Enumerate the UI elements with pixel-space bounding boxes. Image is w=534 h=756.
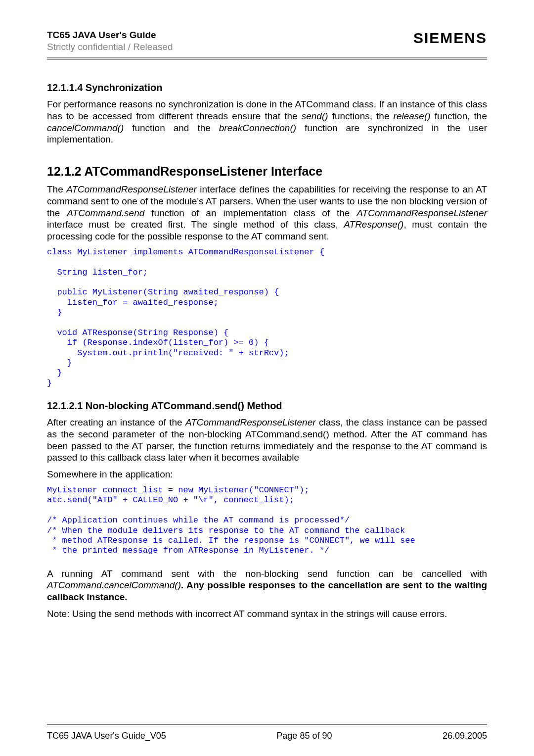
code-send: send() <box>302 111 328 121</box>
text: The <box>47 184 66 194</box>
footer-center: Page 85 of 90 <box>276 731 332 741</box>
code-block-usage: MyListener connect_list = new MyListener… <box>47 485 487 556</box>
para-cancel: A running AT command sent with the non-b… <box>47 568 487 603</box>
doc-subtitle: Strictly confidential / Released <box>47 42 173 52</box>
para-somewhere: Somewhere in the application: <box>47 469 487 480</box>
code-release: release() <box>394 111 431 121</box>
footer-rule <box>47 724 487 726</box>
header-left: TC65 JAVA User's Guide Strictly confiden… <box>47 30 173 52</box>
text: functions, the <box>328 111 394 121</box>
code-atcommand-send: ATCommand.send <box>67 208 144 218</box>
heading-12-1-2: 12.1.2 ATCommandResponseListener Interfa… <box>47 164 487 179</box>
code-cancelcommand: ATCommand.cancelCommand() <box>47 580 181 590</box>
footer-left: TC65 JAVA User's Guide_V05 <box>47 731 166 741</box>
para-listener-intro: The ATCommandResponseListener interface … <box>47 184 487 242</box>
text: function and the <box>124 123 219 133</box>
text: After creating an instance of the <box>47 417 185 427</box>
header-rule <box>47 57 487 60</box>
footer-right: 26.09.2005 <box>443 731 487 741</box>
text: function, the <box>431 111 487 121</box>
page-footer: TC65 JAVA User's Guide_V05 Page 85 of 90… <box>47 731 487 741</box>
brand-logo: SIEMENS <box>413 30 487 47</box>
code-listener: ATCommandResponseListener <box>185 417 316 427</box>
code-listener: ATCommandResponseListener <box>66 184 197 194</box>
page-header: TC65 JAVA User's Guide Strictly confiden… <box>47 30 487 55</box>
code-atresponse: ATResponse() <box>344 219 403 230</box>
para-sync: For performance reasons no synchronizati… <box>47 98 487 145</box>
code-cancelcommand: cancelCommand() <box>47 123 124 133</box>
code-block-mylistener: class MyListener implements ATCommandRes… <box>47 247 487 388</box>
heading-12-1-2-1: 12.1.2.1 Non-blocking ATCommand.send() M… <box>47 400 487 412</box>
code-breakconnection: breakConnection() <box>219 123 296 133</box>
heading-12-1-1-4: 12.1.1.4 Synchronization <box>47 82 487 94</box>
text: A running AT command sent with the non-b… <box>47 568 487 579</box>
para-note: Note: Using the send methods with incorr… <box>47 608 487 620</box>
code-listener: ATCommandResponseListener <box>356 208 487 218</box>
text: function of an implementation class of t… <box>144 208 356 218</box>
doc-title: TC65 JAVA User's Guide <box>47 30 173 41</box>
para-nonblocking-intro: After creating an instance of the ATComm… <box>47 417 487 464</box>
text: interface must be created first. The sin… <box>47 219 344 230</box>
